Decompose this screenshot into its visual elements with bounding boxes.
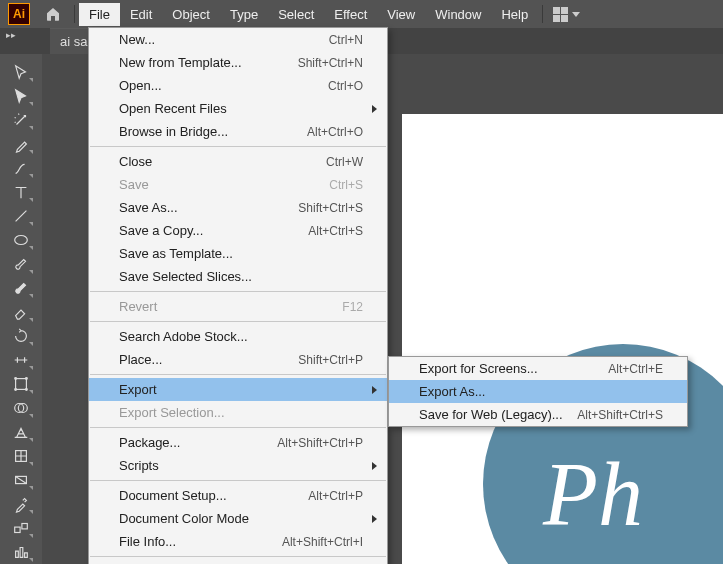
file-menu-item[interactable]: New...Ctrl+N (89, 28, 387, 51)
menu-item-label: Export for Screens... (419, 361, 608, 376)
file-menu-item[interactable]: Open Recent Files (89, 97, 387, 120)
file-menu-item: SaveCtrl+S (89, 173, 387, 196)
file-menu-item[interactable]: Print...Ctrl+P (89, 560, 387, 564)
file-menu-item[interactable]: File Info...Alt+Shift+Ctrl+I (89, 530, 387, 553)
top-bar: Ai FileEditObjectTypeSelectEffectViewWin… (0, 0, 723, 28)
svg-rect-10 (15, 527, 20, 532)
magic-wand-tool[interactable] (8, 109, 34, 131)
menu-separator (90, 480, 386, 481)
menu-separator (90, 146, 386, 147)
menu-file[interactable]: File (79, 3, 120, 26)
menu-effect[interactable]: Effect (324, 3, 377, 26)
menu-item-label: Save as Template... (119, 246, 363, 261)
workspace-switcher[interactable] (553, 7, 580, 22)
separator (74, 5, 75, 23)
menu-type[interactable]: Type (220, 3, 268, 26)
file-menu-item[interactable]: CloseCtrl+W (89, 150, 387, 173)
gradient-tool[interactable] (8, 469, 34, 491)
menu-item-label: New from Template... (119, 55, 298, 70)
logo-text: Ph (543, 443, 643, 546)
menu-item-label: Package... (119, 435, 277, 450)
submenu-arrow-icon (372, 515, 377, 523)
menu-window[interactable]: Window (425, 3, 491, 26)
menu-item-shortcut: Alt+Ctrl+E (608, 362, 663, 376)
menu-view[interactable]: View (377, 3, 425, 26)
blend-tool[interactable] (8, 517, 34, 539)
pen-tool[interactable] (8, 133, 34, 155)
mesh-tool[interactable] (8, 445, 34, 467)
eraser-tool[interactable] (8, 301, 34, 323)
blob-brush-tool[interactable] (8, 277, 34, 299)
eyedropper-tool[interactable] (8, 493, 34, 515)
file-menu-item[interactable]: Document Color Mode (89, 507, 387, 530)
menu-item-shortcut: Alt+Shift+Ctrl+S (577, 408, 663, 422)
file-menu-item[interactable]: Save As...Shift+Ctrl+S (89, 196, 387, 219)
menu-item-label: Close (119, 154, 326, 169)
export-menu-item[interactable]: Export As... (389, 380, 687, 403)
file-menu-item[interactable]: Package...Alt+Shift+Ctrl+P (89, 431, 387, 454)
menu-item-label: Open Recent Files (119, 101, 363, 116)
menu-help[interactable]: Help (491, 3, 538, 26)
type-tool[interactable] (8, 181, 34, 203)
menubar: FileEditObjectTypeSelectEffectViewWindow… (79, 3, 538, 26)
export-submenu: Export for Screens...Alt+Ctrl+EExport As… (388, 356, 688, 427)
menu-item-shortcut: Alt+Shift+Ctrl+I (282, 535, 363, 549)
file-menu-item[interactable]: New from Template...Shift+Ctrl+N (89, 51, 387, 74)
file-menu-item[interactable]: Document Setup...Alt+Ctrl+P (89, 484, 387, 507)
export-menu-item[interactable]: Export for Screens...Alt+Ctrl+E (389, 357, 687, 380)
menu-object[interactable]: Object (162, 3, 220, 26)
menu-select[interactable]: Select (268, 3, 324, 26)
export-menu-item[interactable]: Save for Web (Legacy)...Alt+Shift+Ctrl+S (389, 403, 687, 426)
chevron-down-icon (572, 12, 580, 17)
paintbrush-tool[interactable] (8, 253, 34, 275)
menu-item-label: Save (119, 177, 329, 192)
file-menu-item[interactable]: Place...Shift+Ctrl+P (89, 348, 387, 371)
file-menu-item[interactable]: Save Selected Slices... (89, 265, 387, 288)
menu-item-label: Save As... (119, 200, 298, 215)
separator (542, 5, 543, 23)
menu-item-shortcut: Shift+Ctrl+P (298, 353, 363, 367)
width-tool[interactable] (8, 349, 34, 371)
menu-item-label: Export Selection... (119, 405, 363, 420)
ellipse-tool[interactable] (8, 229, 34, 251)
selection-tool[interactable] (8, 61, 34, 83)
app-icon[interactable]: Ai (8, 3, 30, 25)
menu-item-label: Scripts (119, 458, 363, 473)
panel-toggle-icon[interactable]: ▸▸ (6, 30, 16, 40)
menu-separator (90, 556, 386, 557)
menu-item-label: New... (119, 32, 329, 47)
menu-item-label: Document Color Mode (119, 511, 363, 526)
svg-point-0 (15, 236, 28, 245)
file-menu-item[interactable]: Browse in Bridge...Alt+Ctrl+O (89, 120, 387, 143)
home-icon[interactable] (42, 3, 64, 25)
file-menu-dropdown: New...Ctrl+NNew from Template...Shift+Ct… (88, 27, 388, 564)
file-menu-item[interactable]: Save as Template... (89, 242, 387, 265)
svg-rect-1 (16, 379, 27, 390)
menu-edit[interactable]: Edit (120, 3, 162, 26)
rotate-tool[interactable] (8, 325, 34, 347)
file-menu-item[interactable]: Open...Ctrl+O (89, 74, 387, 97)
direct-selection-tool[interactable] (8, 85, 34, 107)
file-menu-item[interactable]: Save a Copy...Alt+Ctrl+S (89, 219, 387, 242)
menu-item-shortcut: Alt+Ctrl+O (307, 125, 363, 139)
menu-separator (90, 427, 386, 428)
tool-panel (0, 54, 42, 564)
menu-item-shortcut: Alt+Ctrl+S (308, 224, 363, 238)
perspective-grid-tool[interactable] (8, 421, 34, 443)
file-menu-item[interactable]: Export (89, 378, 387, 401)
curvature-tool[interactable] (8, 157, 34, 179)
menu-item-label: Open... (119, 78, 328, 93)
menu-item-shortcut: Ctrl+O (328, 79, 363, 93)
artboard[interactable]: Ph (402, 114, 723, 564)
menu-separator (90, 374, 386, 375)
column-graph-tool[interactable] (8, 541, 34, 563)
menu-item-label: Browse in Bridge... (119, 124, 307, 139)
shape-builder-tool[interactable] (8, 397, 34, 419)
free-transform-tool[interactable] (8, 373, 34, 395)
menu-item-label: Revert (119, 299, 342, 314)
line-tool[interactable] (8, 205, 34, 227)
file-menu-item[interactable]: Scripts (89, 454, 387, 477)
menu-separator (90, 321, 386, 322)
file-menu-item[interactable]: Search Adobe Stock... (89, 325, 387, 348)
menu-item-shortcut: Alt+Shift+Ctrl+P (277, 436, 363, 450)
